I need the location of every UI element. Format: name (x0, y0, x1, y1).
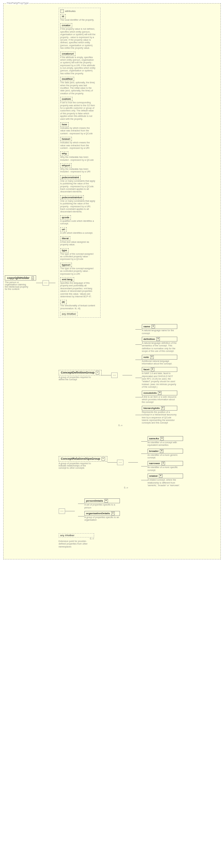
any-element[interactable]: any ##other (59, 533, 94, 537)
attribute-name[interactable]: whyuri (60, 163, 72, 167)
attribute-name[interactable]: howuri (60, 137, 72, 141)
attribute-name[interactable]: typeuri (60, 263, 72, 267)
expand-icon[interactable]: + (158, 391, 161, 395)
connector-line (135, 344, 142, 345)
expand-icon[interactable]: + (161, 462, 165, 465)
attribute-item: typeuriThe type of the concept assigned … (60, 263, 99, 275)
attribute-item: idThe local identifier of the property. (60, 14, 99, 21)
attribute-name[interactable]: id (60, 14, 66, 19)
element-broader[interactable]: broader+ (148, 449, 183, 454)
attribute-desc: One or many constraints that apply to pu… (60, 200, 96, 213)
element-organisationDetails[interactable]: organisationDetails+ (84, 511, 120, 516)
sequence-compositor[interactable] (42, 280, 49, 286)
collapse-icon[interactable]: − (32, 276, 34, 280)
element-personDetails[interactable]: personDetails+ (84, 498, 120, 503)
element-hierarchyInfo[interactable]: hierarchyInfo+ (142, 406, 177, 411)
attribute-name[interactable]: dir (60, 300, 67, 304)
attribute-name[interactable]: how (60, 122, 69, 127)
child-row: note+Additional natural language informa… (135, 355, 177, 365)
element-desc: An identifier of a more specific concept… (148, 466, 183, 472)
group-desc: A group of properties required to define… (59, 376, 94, 380)
connector-line (141, 466, 148, 466)
attribute-desc: A qualified code which identifies a conc… (60, 220, 96, 225)
attribute-desc: A URI which identifies a concept. (60, 232, 96, 234)
attribute-item: creatorIf the property value is not defi… (60, 23, 99, 50)
attribute-name[interactable]: modified (60, 77, 74, 81)
expand-icon[interactable]: + (150, 355, 154, 359)
collapse-icon[interactable]: − (60, 9, 64, 13)
attribute-name[interactable]: custom (60, 97, 73, 101)
child-row: sameAs+An identifier of a concept with e… (141, 436, 183, 447)
element-related[interactable]: related+ (148, 473, 183, 478)
child-row: facet+In NAR 1.8 and later, facet is dep… (135, 367, 177, 388)
attribute-desc: Why the metadata has been included - exp… (60, 168, 96, 173)
attribute-desc: The directionality of textual content (e… (60, 304, 96, 310)
element-name[interactable]: name+ (142, 324, 177, 329)
any-namespace: ##other (65, 534, 74, 537)
concept-relationships-group[interactable]: ConceptRelationshipsGroup − (59, 456, 107, 462)
collapse-icon[interactable]: − (102, 457, 105, 461)
attribute-item: whyuriWhy the metadata has been included… (60, 163, 99, 173)
connector-line (135, 415, 142, 415)
element-name: broader (149, 450, 159, 453)
type-frame: FlexPartyPropType copyrightHolder − The … (3, 3, 221, 559)
attribute-item: typeThe type of the concept assigned as … (60, 248, 99, 261)
expand-icon[interactable]: + (160, 450, 163, 453)
connector-line (36, 283, 42, 283)
child-row: remoteInfo+A link to an item or a web re… (135, 391, 177, 404)
attributes-frame: − attributes idThe local identifier of t… (59, 8, 101, 318)
child-row: broader+An identifier of a more generic … (141, 449, 183, 459)
attribute-desc: A free-text value assigned as property v… (60, 241, 96, 246)
expand-icon[interactable]: + (159, 474, 162, 478)
element-remoteInfo[interactable]: remoteInfo+ (142, 391, 177, 396)
any-prefix: any (62, 312, 66, 315)
attribute-name[interactable]: xml:lang (60, 277, 74, 281)
any-desc: Extension point for provider-defined pro… (59, 540, 94, 548)
expand-icon[interactable]: + (104, 499, 108, 503)
concept-definition-group[interactable]: ConceptDefinitionGroup − (59, 370, 102, 375)
attribute-name[interactable]: literal (60, 236, 70, 241)
connector-line (141, 454, 148, 454)
element-sameAs[interactable]: sameAs+ (148, 436, 183, 441)
attribute-name[interactable]: type (60, 248, 69, 252)
attribute-item: howIndicates by which means the value wa… (60, 122, 99, 135)
collapse-icon[interactable]: − (96, 371, 99, 374)
attribute-desc: The date (and, optionally, the time) whe… (60, 81, 96, 95)
expand-icon[interactable]: + (151, 325, 155, 328)
attribute-name[interactable]: uri (60, 227, 67, 231)
element-note[interactable]: note+ (142, 355, 177, 360)
element-definition[interactable]: definition+ (142, 337, 177, 342)
attribute-desc: If set to true the corresponding propert… (60, 101, 96, 120)
attribute-name[interactable]: qcode (60, 215, 71, 219)
attribute-desc: If the property value is not defined, sp… (60, 28, 96, 50)
choice-compositor[interactable] (117, 460, 123, 465)
attribute-name[interactable]: creatoruri (60, 52, 75, 56)
expand-icon[interactable]: + (160, 437, 164, 440)
any-attribute[interactable]: any ##other (60, 312, 78, 316)
element-desc: Additional natural language information … (142, 360, 177, 365)
any-attribute-namespace: ##other (67, 312, 76, 315)
connector-line (135, 329, 142, 330)
element-desc: An identifier of a concept with equivale… (148, 441, 183, 447)
expand-icon[interactable]: + (111, 512, 115, 515)
root-element[interactable]: copyrightHolder − (5, 275, 36, 280)
attribute-desc: Indicates by which means the value was e… (60, 142, 96, 150)
attribute-name[interactable]: pubconstrainturi (60, 195, 84, 199)
expand-icon[interactable]: + (151, 368, 154, 371)
element-facet[interactable]: facet+ (142, 367, 177, 372)
root-desc: The person or organisation claiming the … (5, 281, 29, 290)
child-row: name+A natural language name for the con… (135, 324, 177, 335)
child-row: related+A related concept, where the rel… (141, 473, 183, 487)
element-desc: In NAR 1.8 and later, facet is deprecate… (142, 372, 177, 388)
attribute-name[interactable]: why (60, 151, 69, 156)
choice-compositor[interactable] (59, 508, 65, 514)
attribute-name[interactable]: creator (60, 23, 72, 27)
attribute-item: whyWhy the metadata has been included - … (60, 151, 99, 161)
choice-compositor[interactable] (111, 373, 118, 378)
attribute-item: literalA free-text value assigned as pro… (60, 236, 99, 246)
expand-icon[interactable]: + (156, 337, 160, 341)
attribute-name[interactable]: pubconstraint (60, 175, 81, 180)
attribute-desc: The type of the concept assigned as cont… (60, 267, 96, 275)
element-narrower[interactable]: narrower+ (148, 461, 183, 466)
expand-icon[interactable]: + (161, 406, 165, 410)
